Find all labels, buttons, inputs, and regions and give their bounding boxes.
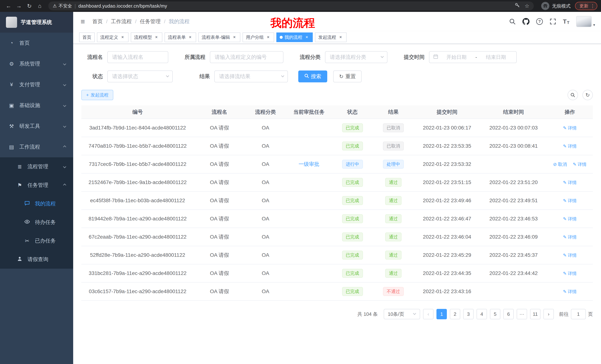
start-process-button[interactable]: + 发起流程 bbox=[81, 90, 113, 100]
edit-icon: ✎ bbox=[563, 234, 567, 240]
cell-submit-time: 2022-01-22 23:44:35 bbox=[414, 264, 480, 282]
app-logo[interactable]: 芋道管理系统 bbox=[0, 12, 73, 33]
close-icon[interactable]: × bbox=[120, 35, 125, 40]
page-button[interactable]: 1 bbox=[436, 309, 447, 319]
tab-process-form[interactable]: 流程表单 × bbox=[165, 32, 196, 42]
tab-start-process[interactable]: 发起流程 × bbox=[315, 32, 347, 42]
sidebar-item-home[interactable]: ◔ 首页 bbox=[0, 33, 73, 53]
breadcrumb-separator: / bbox=[135, 19, 137, 25]
result-tag: 通过 bbox=[385, 214, 401, 223]
close-icon[interactable]: × bbox=[266, 35, 271, 40]
detail-link[interactable]: ✎详情 bbox=[563, 289, 577, 295]
close-icon[interactable]: × bbox=[154, 35, 159, 40]
tab-home[interactable]: 首页 bbox=[79, 32, 95, 42]
sidebar-item-system[interactable]: ⚙ 系统管理 bbox=[0, 53, 73, 74]
goto-page-input[interactable] bbox=[571, 309, 586, 319]
table-row: 7470a810-7b9b-11ec-b5b7-acde48001122 OA … bbox=[81, 137, 593, 155]
sidebar-item-infrastructure[interactable]: ▣ 基础设施 bbox=[0, 95, 73, 116]
detail-link[interactable]: ✎详情 bbox=[563, 216, 577, 222]
sidebar-item-process-management[interactable]: ≣ 流程管理 bbox=[0, 157, 73, 176]
detail-link[interactable]: ✎详情 bbox=[563, 198, 577, 204]
breadcrumb-item[interactable]: 任务管理 bbox=[140, 18, 161, 25]
cancel-link[interactable]: ⊘取消 bbox=[553, 161, 567, 167]
process-definition-input[interactable] bbox=[210, 51, 283, 63]
browser-update-button[interactable]: 更新 ⋮ bbox=[575, 2, 597, 10]
result-tag: 通过 bbox=[385, 251, 401, 259]
detail-link[interactable]: ✎详情 bbox=[563, 143, 577, 149]
browser-forward-button[interactable]: → bbox=[14, 1, 24, 11]
sidebar-item-my-processes[interactable]: 我的流程 bbox=[0, 194, 73, 213]
page-button[interactable]: 3 bbox=[463, 309, 474, 319]
sidebar-item-todo-tasks[interactable]: 待办任务 bbox=[0, 213, 73, 231]
cell-category: OA bbox=[245, 282, 286, 301]
sidebar-item-done-tasks[interactable]: ✂ 已办任务 bbox=[0, 231, 73, 250]
tab-my-processes[interactable]: 我的流程 × bbox=[276, 32, 313, 42]
pagination: 共 104 条 10条/页 ‹ 1 2 3 4 5 6 ··· 11 › 前往 … bbox=[81, 309, 593, 334]
chevron-down-icon bbox=[63, 165, 66, 168]
page-button[interactable]: 11 bbox=[530, 309, 541, 319]
result-tag: 通过 bbox=[385, 196, 401, 205]
close-icon[interactable]: × bbox=[304, 35, 310, 40]
page-button[interactable]: 5 bbox=[490, 309, 500, 319]
refresh-table-button[interactable]: ↻ bbox=[582, 90, 593, 100]
status-select[interactable] bbox=[107, 70, 173, 82]
reset-button[interactable]: ↻ 重置 bbox=[333, 70, 362, 82]
next-page-button[interactable]: › bbox=[543, 309, 554, 319]
cell-category: OA bbox=[245, 192, 286, 210]
process-category-select[interactable] bbox=[325, 51, 387, 63]
search-icon[interactable] bbox=[509, 18, 516, 25]
result-select[interactable] bbox=[214, 70, 288, 82]
sidebar-item-task-management[interactable]: ⚑ 任务管理 bbox=[0, 176, 73, 194]
fullscreen-icon[interactable] bbox=[550, 18, 556, 25]
search-button[interactable]: 搜索 bbox=[298, 70, 327, 82]
help-icon[interactable]: ? bbox=[536, 18, 543, 25]
cell-end-time: 2022-01-22 23:46:53 bbox=[480, 210, 547, 228]
detail-link[interactable]: ✎详情 bbox=[563, 180, 577, 185]
tab-process-form-edit[interactable]: 流程表单-编辑 × bbox=[198, 32, 240, 42]
page-button[interactable]: 6 bbox=[503, 309, 514, 319]
tab-process-model[interactable]: 流程模型 × bbox=[131, 32, 162, 42]
sidebar-item-workflow[interactable]: ▤ 工作流程 bbox=[0, 136, 73, 157]
key-icon[interactable] bbox=[515, 3, 520, 9]
col-name: 流程名 bbox=[194, 105, 245, 119]
page-button[interactable]: 2 bbox=[450, 309, 460, 319]
prev-page-button[interactable]: ‹ bbox=[423, 309, 433, 319]
font-size-icon[interactable]: TT bbox=[563, 18, 570, 25]
toggle-search-button[interactable] bbox=[568, 90, 578, 100]
page-button[interactable]: 4 bbox=[477, 309, 487, 319]
close-icon[interactable]: × bbox=[232, 35, 237, 40]
breadcrumb-item[interactable]: 首页 bbox=[92, 18, 103, 25]
cell-submit-time: 2022-01-22 23:53:35 bbox=[414, 137, 480, 155]
page-size-select[interactable]: 10条/页 bbox=[384, 309, 420, 319]
sidebar-item-dev-tools[interactable]: ⚒ 研发工具 bbox=[0, 116, 73, 136]
github-icon[interactable] bbox=[522, 18, 530, 25]
browser-menu-icon[interactable]: ⋮ bbox=[590, 3, 595, 9]
close-icon[interactable]: × bbox=[338, 35, 343, 40]
hamburger-icon[interactable]: ≡ bbox=[79, 18, 86, 26]
status-tag: 已完成 bbox=[342, 232, 363, 241]
breadcrumb-item[interactable]: 工作流程 bbox=[111, 18, 132, 25]
browser-home-button[interactable]: ⌂ bbox=[35, 1, 45, 11]
detail-link[interactable]: ✎详情 bbox=[563, 125, 577, 131]
detail-link[interactable]: ✎详情 bbox=[563, 270, 577, 277]
process-name-input[interactable] bbox=[107, 51, 168, 63]
chat-bubble-icon bbox=[24, 200, 30, 207]
cell-category: OA bbox=[245, 246, 286, 264]
user-menu[interactable]: ▾ bbox=[576, 16, 595, 27]
browser-back-button[interactable]: ← bbox=[4, 1, 13, 11]
detail-link[interactable]: ✎详情 bbox=[563, 252, 577, 258]
more-pages-button[interactable]: ··· bbox=[517, 309, 527, 319]
detail-link[interactable]: ✎详情 bbox=[573, 161, 587, 167]
tab-process-definition[interactable]: 流程定义 × bbox=[97, 32, 129, 42]
detail-link[interactable]: ✎详情 bbox=[563, 234, 577, 240]
browser-reload-button[interactable]: ↻ bbox=[25, 1, 34, 11]
sidebar-item-leave-query[interactable]: 请假查询 bbox=[0, 250, 73, 269]
cell-submit-time: 2022-01-23 00:06:17 bbox=[414, 119, 480, 137]
current-task-link[interactable]: 一级审批 bbox=[299, 161, 320, 167]
close-icon[interactable]: × bbox=[188, 35, 193, 40]
date-range-picker[interactable]: 开始日期 - 结束日期 bbox=[429, 51, 517, 63]
sidebar-item-payment[interactable]: ¥ 支付管理 bbox=[0, 74, 73, 95]
bookmark-star-icon[interactable]: ☆ bbox=[525, 3, 529, 9]
address-bar[interactable]: ⚠ 不安全 | dashboard.yudao.iocoder.cn/bpm/t… bbox=[48, 1, 534, 10]
tab-user-group[interactable]: 用户分组 × bbox=[242, 32, 274, 42]
